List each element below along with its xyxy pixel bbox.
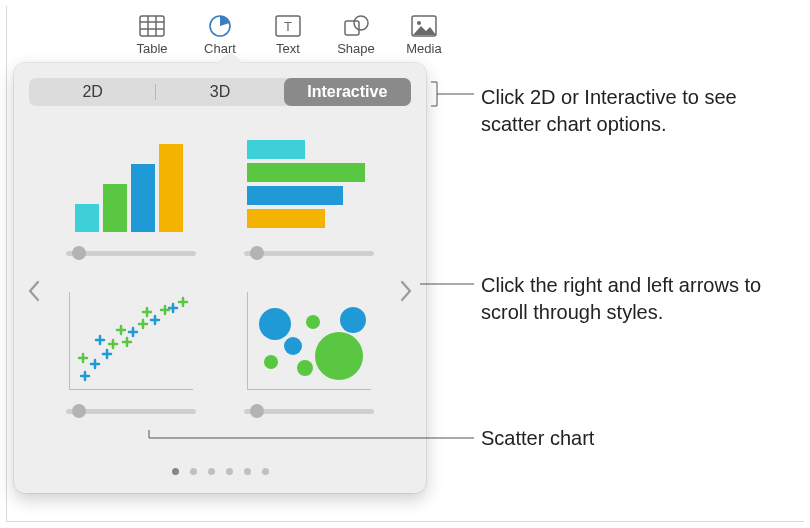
annotation-arrows: Click the right and left arrows to scrol… <box>481 272 801 326</box>
annotation-scatter: Scatter chart <box>481 425 801 452</box>
annotation-tabs: Click 2D or Interactive to see scatter c… <box>481 84 801 138</box>
